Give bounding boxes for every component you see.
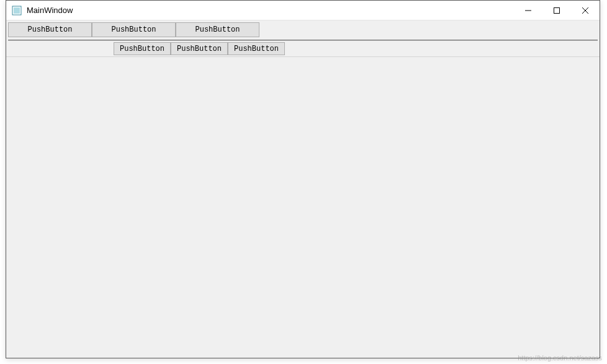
toolbar-separator — [8, 40, 598, 41]
window-title: MainWindow — [27, 6, 514, 15]
push-button-1[interactable]: PushButton — [8, 22, 92, 37]
window-controls — [514, 1, 600, 20]
minimize-button[interactable] — [514, 1, 542, 20]
close-button[interactable] — [571, 1, 600, 20]
toolbar-spacer — [8, 42, 114, 55]
push-button-3[interactable]: PushButton — [176, 22, 259, 37]
titlebar[interactable]: MainWindow — [6, 1, 600, 20]
main-window: MainWindow PushButton PushButton PushBut… — [6, 0, 600, 358]
central-widget — [6, 56, 600, 356]
toolbar-primary: PushButton PushButton PushButton — [6, 20, 600, 38]
app-icon — [12, 6, 22, 16]
push-button-5[interactable]: PushButton — [171, 42, 228, 55]
toolbar-secondary: PushButton PushButton PushButton — [6, 42, 600, 56]
toolbar-row-2: PushButton PushButton PushButton — [114, 42, 285, 55]
svg-rect-3 — [554, 7, 560, 13]
push-button-2[interactable]: PushButton — [92, 22, 176, 37]
push-button-6[interactable]: PushButton — [228, 42, 285, 55]
toolbar-row-1: PushButton PushButton PushButton — [8, 22, 598, 37]
watermark-text: https://blog.csdn.net/sazass — [518, 354, 602, 362]
maximize-button[interactable] — [542, 1, 571, 20]
svg-rect-1 — [14, 7, 20, 14]
push-button-4[interactable]: PushButton — [114, 42, 171, 55]
